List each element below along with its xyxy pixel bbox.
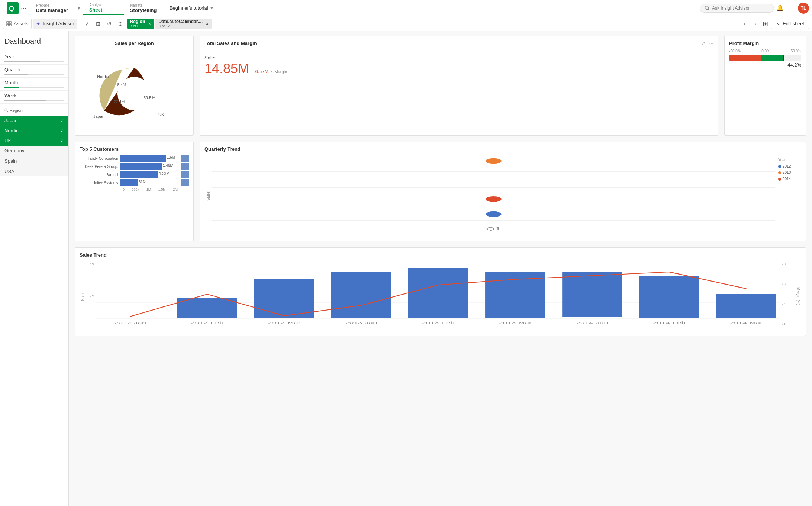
region-filter-chip[interactable]: Region 3 of 6 × (127, 19, 154, 29)
narrate-nav[interactable]: Narrate Storytelling (124, 2, 165, 14)
toolbar-tools: ⤢ ⊡ ↺ ⊙ (82, 19, 126, 29)
more-button[interactable]: ··· (709, 40, 713, 46)
insight-advisor-button[interactable]: ✦ Insight Advisor (33, 19, 77, 29)
combo-chart-area: 2012-Jan 2012-Feb 2012-Mar 2013-Jan 2013… (96, 261, 780, 331)
prepare-dropdown[interactable]: ▼ (74, 4, 83, 12)
bar-value-4: 613k (139, 180, 147, 184)
year-filter[interactable]: Year (0, 52, 68, 65)
edit-sheet-button[interactable]: Edit sheet (771, 19, 809, 29)
avatar[interactable]: TL (798, 3, 809, 14)
legend-2014-dot (778, 178, 781, 181)
legend-2014: 2014 (778, 177, 798, 181)
prepare-nav[interactable]: Prepare Data manager (30, 2, 74, 14)
top-navigation: Q ··· Prepare Data manager ▼ Analyze She… (0, 0, 812, 16)
svg-text:2012-Jan: 2012-Jan (114, 321, 146, 324)
search-icon (705, 6, 710, 11)
region-germany[interactable]: Germany (0, 146, 68, 156)
region-section-label[interactable]: Region (4, 107, 64, 116)
customer-name-2: Deak-Perera Group. (80, 165, 120, 169)
region-spain-label: Spain (4, 158, 17, 164)
profit-label-zero: 0.0% (761, 49, 770, 53)
expand-icon[interactable]: ⤢ (82, 19, 92, 29)
bar-value-1: 1.6M (167, 155, 175, 159)
svg-text:2013-Feb: 2013-Feb (422, 321, 455, 324)
analyze-nav[interactable]: Analyze Sheet (83, 1, 124, 15)
next-arrow[interactable]: › (751, 19, 760, 28)
region-label-text: Region (10, 108, 23, 113)
quarterly-svg: 4M 4.5M 5M 5.5M 6M Q1 (212, 155, 775, 237)
search-bar[interactable] (700, 4, 774, 13)
svg-text:Japan: Japan (93, 114, 104, 119)
prev-arrow[interactable]: ‹ (740, 19, 749, 28)
notifications-icon[interactable]: 🔔 (774, 2, 786, 14)
sales-axis-label: Sales (206, 191, 210, 200)
region-uk[interactable]: UK ✓ (0, 136, 68, 146)
donut-chart-container: Region Nordic Japan (86, 49, 183, 131)
svg-rect-7 (9, 24, 11, 26)
svg-point-2 (705, 6, 709, 9)
profit-label-pos: 50.0% (791, 49, 801, 53)
region-usa[interactable]: USA (0, 166, 68, 176)
toolbar: Assets ✦ Insight Advisor ⤢ ⊡ ↺ ⊙ Region … (0, 16, 812, 31)
point-2012 (486, 211, 501, 217)
month-label: Month (4, 80, 64, 85)
customer-name-1: Tandy Corporation (80, 156, 120, 160)
region-filter-label: Region (130, 19, 145, 24)
quarterly-legend: Year 2012 2013 2014 (775, 155, 801, 237)
region-japan-label: Japan (4, 118, 17, 123)
quarter-bar-fill (4, 74, 28, 75)
region-nordic[interactable]: Nordic ✓ (0, 126, 68, 136)
x-axis: 0 500k 1M 1.5M 2M (80, 188, 178, 191)
row-1: Sales per Region Region (75, 36, 806, 136)
month-bar (4, 87, 64, 88)
separator: · (251, 68, 253, 75)
profit-bar-red (729, 55, 761, 61)
quarterly-title: Quarterly Trend (204, 146, 801, 152)
righty-42: 42 (782, 322, 795, 326)
month-filter[interactable]: Month (0, 78, 68, 91)
grid-view-button[interactable]: ⊞ (763, 20, 768, 28)
search-input[interactable] (712, 6, 764, 11)
date-filter-label: Date.autoCalendar.... (158, 19, 203, 24)
total-sales-card: Total Sales and Margin ⤢ ··· Sales 14.85… (200, 36, 718, 136)
date-filter-close[interactable]: × (206, 21, 209, 27)
region-spain[interactable]: Spain (0, 156, 68, 166)
legend-2013: 2013 (778, 171, 798, 175)
select-icon[interactable]: ⊡ (93, 19, 103, 29)
region-filter-close[interactable]: × (148, 21, 151, 27)
search-small-icon (4, 108, 8, 112)
quarter-filter[interactable]: Quarter (0, 65, 68, 78)
profit-title: Profit Margin (729, 40, 801, 46)
customer-row-1: Tandy Corporation 1.6M (80, 155, 178, 162)
bar-value-2: 1.46M (163, 163, 173, 168)
year-label: Year (4, 54, 64, 59)
legend-2012: 2012 (778, 164, 798, 168)
narrate-main-label: Storytelling (130, 7, 159, 13)
sidebar: Dashboard Year Quarter Month Week (0, 31, 69, 506)
more-options-icon[interactable]: ··· (21, 4, 26, 12)
region-nordic-check: ✓ (60, 128, 64, 133)
tutorial-dropdown[interactable]: Beginner's tutorial ▼ (165, 5, 219, 11)
undo-icon[interactable]: ↺ (104, 19, 115, 29)
bar-container-2: 1.46M (120, 163, 178, 170)
svg-text:Q1: Q1 (486, 227, 501, 231)
date-filter-chip[interactable]: Date.autoCalendar.... 3 of 12 × (155, 19, 212, 29)
row-2: Top 5 Customers Tandy Corporation 1.6M (75, 142, 806, 241)
assets-button[interactable]: Assets (3, 19, 32, 29)
region-japan[interactable]: Japan ✓ (0, 116, 68, 126)
grid-apps-icon[interactable]: ⋮⋮ (786, 2, 798, 14)
righty-48: 48 (782, 262, 795, 266)
svg-rect-4 (7, 22, 9, 23)
bar-container-4: 613k (120, 179, 178, 186)
customer-row-2: Deak-Perera Group. 1.46M (80, 163, 178, 170)
logo[interactable]: Q ··· (3, 2, 30, 14)
expand-button[interactable]: ⤢ (701, 40, 705, 46)
tutorial-label: Beginner's tutorial (170, 5, 208, 11)
pencil-icon (776, 22, 780, 26)
bar-fill-3 (120, 171, 158, 178)
sales-card-actions: ⤢ ··· (699, 40, 713, 46)
lasso-icon[interactable]: ⊙ (115, 19, 126, 29)
sales-values: Sales 14.85M · 6.57M · Margin (204, 55, 713, 75)
week-filter[interactable]: Week (0, 91, 68, 104)
customer-name-4: Unitec Systems (80, 181, 120, 185)
